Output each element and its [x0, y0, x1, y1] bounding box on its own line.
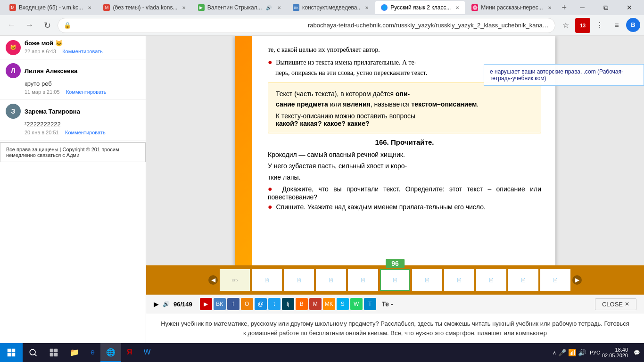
tab-close-inbox[interactable]: ✕	[88, 4, 91, 11]
start-button[interactable]	[0, 343, 23, 362]
share-icon-tg[interactable]: T	[364, 298, 376, 310]
comment-link[interactable]: Комментировать	[62, 49, 103, 54]
task-view-button[interactable]	[43, 343, 64, 362]
share-icon-mk[interactable]: MK	[323, 298, 335, 310]
taskbar-clock[interactable]: 18:40 02.05.2020	[602, 347, 628, 358]
url-text: rabochaya-tetrad-uchebnik.com/russkiy_ya…	[308, 22, 549, 29]
tab-close-mail[interactable]: ✕	[182, 4, 186, 11]
comment-name: Лилия Алексеева	[25, 67, 77, 74]
tab-close-russian[interactable]: ✕	[455, 4, 459, 11]
taskbar-app-yandex[interactable]: Я	[121, 343, 138, 362]
thumb-item[interactable]: 📄	[252, 269, 282, 291]
share-icon-lj[interactable]: lj	[282, 298, 294, 310]
share-icon-fb[interactable]: f	[227, 298, 239, 310]
share-icon-tw[interactable]: t	[268, 298, 281, 310]
share-icon-vk2[interactable]: ▶	[200, 298, 212, 310]
folder-icon: 📁	[70, 348, 79, 357]
play-icon[interactable]: ▶	[154, 300, 159, 308]
volume-icon[interactable]: 🔊	[163, 301, 170, 307]
close-button[interactable]: CLOSE ✕	[595, 298, 636, 310]
address-bar[interactable]: 🔒 rabochaya-tetrad-uchebnik.com/russkiy_…	[58, 18, 555, 33]
thumb-item[interactable]: 📄	[508, 269, 538, 291]
tab-mail[interactable]: M (без темы) - vlada.kons... ✕	[98, 1, 191, 14]
svg-rect-1	[12, 349, 16, 353]
tab-close-konstrukt[interactable]: ✕	[365, 4, 369, 11]
yandex-icon: Я	[127, 348, 132, 356]
thumb-item[interactable]: 📄	[476, 269, 506, 291]
maximize-button[interactable]: ⧉	[595, 1, 617, 14]
text-line: те, с какой целью их употребляет автор.	[268, 45, 541, 55]
reload-button[interactable]: ↻	[40, 18, 55, 33]
browser-titlebar: M Входящие (65) - v.m.kc... ✕ M (без тем…	[0, 0, 644, 15]
taskbar: 📁 e 🌐 Я W ∧ 🎤 📶 🔊 РУС 18:40	[0, 343, 644, 362]
tab-mini[interactable]: 🌸 Мини рассказы-перес... ✕	[466, 1, 557, 14]
share-icon-sk[interactable]: S	[337, 298, 349, 310]
back-button[interactable]: ←	[4, 18, 19, 33]
profile-button[interactable]: B	[626, 18, 640, 32]
thumb-item[interactable]: 📄	[540, 269, 570, 291]
share-icon-my[interactable]: M	[309, 298, 322, 310]
volume-icon[interactable]: 🔊	[578, 349, 586, 356]
new-tab-button[interactable]: +	[558, 1, 570, 14]
close-window-button[interactable]: ✕	[619, 1, 640, 14]
tab-close-mini[interactable]: ✕	[548, 4, 552, 11]
exercise-text-3: ткие лапы.	[268, 173, 541, 181]
comment-item: З Зарема Тагировна ²2222222222 20 янв в …	[0, 100, 146, 140]
lock-icon: 🔒	[64, 22, 305, 29]
settings-button[interactable]: ≡	[609, 18, 624, 33]
tab-valentin[interactable]: ▶ Валентин Стрыкал... 🔊 ✕	[192, 1, 286, 14]
taskbar-app-filemanager[interactable]: 📁	[64, 343, 85, 362]
share-icon-ok[interactable]: О	[241, 298, 253, 310]
tab-inbox[interactable]: M Входящие (65) - v.m.kc... ✕	[4, 1, 97, 14]
ad-text: Нужен учебник по математике, русскому ил…	[160, 319, 630, 337]
thumb-item-active[interactable]: 📄	[380, 269, 410, 291]
search-taskbar-button[interactable]	[23, 343, 43, 362]
page-number-badge: 96	[386, 259, 405, 268]
comment-link[interactable]: Комментировать	[66, 89, 107, 95]
comment-link[interactable]: Комментировать	[65, 130, 106, 135]
taskbar-app-chrome[interactable]: 🌐	[100, 343, 121, 362]
comment-item: Л Лилия Алексеева круто реб 11 мар в 21:…	[0, 59, 146, 100]
thumb-item[interactable]: 📄	[284, 269, 314, 291]
tab-favicon-valentin: ▶	[198, 4, 205, 11]
share-icon-mail[interactable]: @	[255, 298, 267, 310]
taskbar-app-word[interactable]: W	[138, 343, 156, 362]
thumb-item[interactable]: 📄	[348, 269, 378, 291]
share-icon-bl[interactable]: B	[296, 298, 308, 310]
prev-thumb-button[interactable]: ◀	[208, 275, 218, 285]
task-1: ● Докажите, что вы прочитали текст. Опре…	[268, 185, 541, 201]
chrome-menu-button[interactable]: ⋮	[592, 18, 607, 33]
tab-close-valentin[interactable]: ✕	[277, 4, 281, 11]
network-icon[interactable]: 📶	[568, 349, 576, 356]
notifications-button[interactable]: 💬	[634, 350, 640, 356]
thumb-item[interactable]: 📄	[316, 269, 346, 291]
minimize-button[interactable]: ─	[571, 1, 593, 14]
svg-rect-0	[8, 349, 11, 353]
taskbar-apps: 📁 e 🌐 Я W	[64, 343, 157, 362]
tab-russian[interactable]: 🌐 Русский язык 2 класс... ✕	[375, 1, 465, 14]
tab-favicon-mini: 🌸	[471, 4, 478, 11]
tab-favicon-russian: 🌐	[381, 4, 388, 11]
task-2: ● Спишите. Укажите над каждым именем при…	[268, 203, 541, 211]
lang-indicator[interactable]: РУС	[590, 350, 600, 355]
tab-label-mini: Мини рассказы-перес...	[481, 4, 543, 11]
forward-button[interactable]: →	[22, 18, 37, 33]
tab-konstrukt[interactable]: ВК конструкт.медведева.. ✕	[287, 1, 374, 14]
chevron-up-icon[interactable]: ∧	[553, 350, 556, 356]
browser-window: M Входящие (65) - v.m.kc... ✕ M (без тем…	[0, 0, 644, 343]
taskbar-app-ie[interactable]: e	[85, 343, 100, 362]
thumb-item[interactable]: 📄	[412, 269, 442, 291]
bookmark-star-button[interactable]: ☆	[558, 18, 573, 33]
taskbar-right: ∧ 🎤 📶 🔊 РУС 18:40 02.05.2020 💬	[553, 347, 644, 358]
bold-word-2: явления	[343, 100, 370, 108]
share-icon-wa[interactable]: W	[350, 298, 363, 310]
extension-button[interactable]: 13	[575, 18, 590, 33]
next-thumb-button[interactable]: ▶	[572, 275, 582, 285]
share-icon-vk[interactable]: ВК	[214, 298, 226, 310]
thumb-item[interactable]: стр	[220, 269, 250, 291]
avatar: З	[6, 104, 21, 119]
thumb-item[interactable]: 📄	[444, 269, 474, 291]
comment-author-row: 😺 боже мой 🐱 22 апр в 6:43 Комментироват…	[6, 40, 140, 55]
comment-date: 22 апр в 6:43	[25, 49, 56, 54]
comment-date: 11 мар в 21:05	[25, 89, 60, 95]
